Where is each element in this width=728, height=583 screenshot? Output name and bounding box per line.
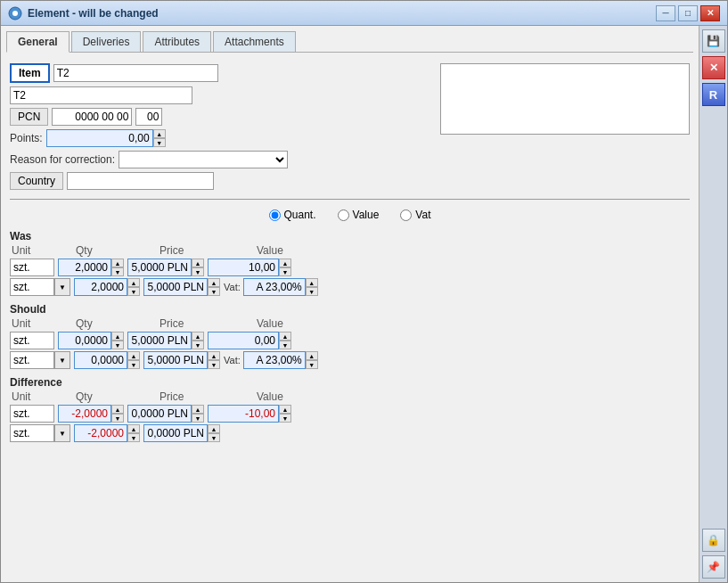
item-button[interactable]: Item (10, 63, 50, 83)
should-r2-price[interactable] (143, 351, 208, 369)
save-button[interactable]: 💾 (702, 29, 725, 53)
should-r2-qty-up[interactable]: ▲ (127, 351, 140, 360)
diff-r1-price[interactable] (127, 405, 192, 423)
was-r2-price[interactable] (143, 278, 208, 296)
radio-quant-input[interactable] (269, 209, 281, 221)
minimize-button[interactable]: ─ (656, 5, 675, 21)
was-r2-vat-up[interactable]: ▲ (306, 278, 318, 287)
tab-deliveries[interactable]: Deliveries (71, 31, 142, 52)
diff-r1-price-up[interactable]: ▲ (192, 405, 204, 414)
close-button[interactable]: ✕ (700, 5, 720, 21)
diff-r2-price[interactable] (143, 424, 208, 442)
tab-attributes[interactable]: Attributes (143, 31, 211, 52)
diff-r2-unit-dropdown[interactable]: ▼ (54, 424, 70, 442)
diff-r1-qty-up[interactable]: ▲ (111, 405, 124, 414)
radio-vat-input[interactable] (400, 209, 412, 221)
was-r1-price[interactable] (127, 259, 192, 276)
tab-general[interactable]: General (6, 31, 70, 53)
should-r1-qty[interactable] (58, 332, 111, 349)
delete-button[interactable]: ✕ (702, 56, 725, 79)
diff-r1-value[interactable] (208, 405, 279, 423)
points-label: Points: (10, 132, 43, 144)
diff-r1-value-up[interactable]: ▲ (279, 405, 291, 414)
radio-value[interactable]: Value (338, 209, 380, 221)
should-r1-value-up[interactable]: ▲ (279, 332, 291, 341)
diff-r2-price-down[interactable]: ▼ (208, 433, 220, 442)
should-r2-unit[interactable] (10, 351, 54, 369)
diff-r2-price-up[interactable]: ▲ (208, 424, 220, 433)
was-r2-vat-down[interactable]: ▼ (306, 287, 318, 296)
should-r1-value[interactable] (208, 332, 279, 349)
was-r2-qty-up[interactable]: ▲ (127, 278, 140, 287)
restore-button[interactable]: □ (678, 5, 698, 21)
form-area: Item PCN (6, 60, 693, 577)
should-r2-vat-label: Vat: (224, 355, 241, 365)
points-down-btn[interactable]: ▼ (153, 138, 166, 147)
should-r1-qty-up[interactable]: ▲ (111, 332, 124, 341)
diff-r1-qty-down[interactable]: ▼ (111, 414, 124, 423)
was-r2-unit-dropdown[interactable]: ▼ (54, 278, 70, 296)
should-r2-price-down[interactable]: ▼ (208, 360, 220, 369)
should-qty-header: Qty (76, 317, 156, 330)
notes-textarea[interactable] (440, 63, 690, 135)
was-r1-value-up[interactable]: ▲ (279, 259, 291, 267)
radio-value-input[interactable] (338, 209, 349, 221)
svg-point-1 (12, 11, 18, 16)
diff-r1-value-down[interactable]: ▼ (279, 414, 291, 423)
diff-r1-price-down[interactable]: ▼ (192, 414, 204, 423)
should-r2-vat[interactable] (243, 351, 306, 369)
was-r2-vat[interactable] (243, 278, 306, 296)
pcn-input2[interactable] (135, 108, 162, 126)
diff-r1-unit[interactable] (10, 405, 54, 423)
should-r1-value-down[interactable]: ▼ (279, 341, 291, 349)
was-r1-qty-down[interactable]: ▼ (111, 267, 124, 276)
should-r2-vat-down[interactable]: ▼ (306, 360, 318, 369)
was-r2-unit[interactable] (10, 278, 54, 296)
should-r2-unit-dropdown[interactable]: ▼ (54, 351, 70, 369)
lock-button[interactable]: 🔒 (702, 529, 725, 552)
was-r1-qty[interactable] (58, 259, 111, 276)
was-r1-price-up[interactable]: ▲ (192, 259, 204, 267)
diff-r2-qty-up[interactable]: ▲ (127, 424, 140, 433)
points-spin: ▲ ▼ (46, 129, 166, 147)
radio-vat[interactable]: Vat (400, 209, 430, 221)
refresh-button[interactable]: R (702, 83, 725, 106)
diff-price-header: Price (160, 390, 253, 403)
should-r1-price-down[interactable]: ▼ (192, 341, 204, 349)
item-input[interactable] (53, 64, 218, 82)
country-button[interactable]: Country (10, 172, 63, 190)
was-r2-price-down[interactable]: ▼ (208, 287, 220, 296)
was-r2-qty[interactable] (74, 278, 127, 296)
diff-r2-qty-down[interactable]: ▼ (127, 433, 140, 442)
diff-r1-qty[interactable] (58, 405, 111, 423)
reason-select[interactable] (119, 151, 288, 168)
points-input[interactable] (46, 129, 153, 147)
was-r1-unit[interactable] (10, 259, 54, 276)
should-r2-vat-up[interactable]: ▲ (306, 351, 318, 360)
diff-r2-qty[interactable] (74, 424, 127, 442)
was-r1-value-down[interactable]: ▼ (279, 267, 291, 276)
should-r2-qty[interactable] (74, 351, 127, 369)
was-r2-qty-down[interactable]: ▼ (127, 287, 140, 296)
main-window: Element - will be changed ─ □ ✕ General … (0, 0, 728, 583)
pin-button[interactable]: 📌 (702, 555, 725, 579)
pcn-button[interactable]: PCN (10, 108, 48, 126)
was-r2-price-up[interactable]: ▲ (208, 278, 220, 287)
country-input[interactable] (67, 172, 214, 190)
was-r1-price-down[interactable]: ▼ (192, 267, 204, 276)
points-up-btn[interactable]: ▲ (153, 129, 166, 138)
should-r2-qty-down[interactable]: ▼ (127, 360, 140, 369)
separator1 (10, 199, 690, 200)
should-r1-qty-down[interactable]: ▼ (111, 341, 124, 349)
should-r1-price[interactable] (127, 332, 192, 349)
was-r1-value[interactable] (208, 259, 279, 276)
pcn-input1[interactable] (52, 108, 132, 126)
diff-r2-unit[interactable] (10, 424, 54, 442)
should-r2-price-up[interactable]: ▲ (208, 351, 220, 360)
should-r1-price-up[interactable]: ▲ (192, 332, 204, 341)
should-r1-unit[interactable] (10, 332, 54, 349)
tab-attachments[interactable]: Attachments (213, 31, 296, 52)
item-sub-input[interactable] (10, 86, 192, 104)
radio-quant[interactable]: Quant. (269, 209, 316, 221)
was-r1-qty-up[interactable]: ▲ (111, 259, 124, 267)
